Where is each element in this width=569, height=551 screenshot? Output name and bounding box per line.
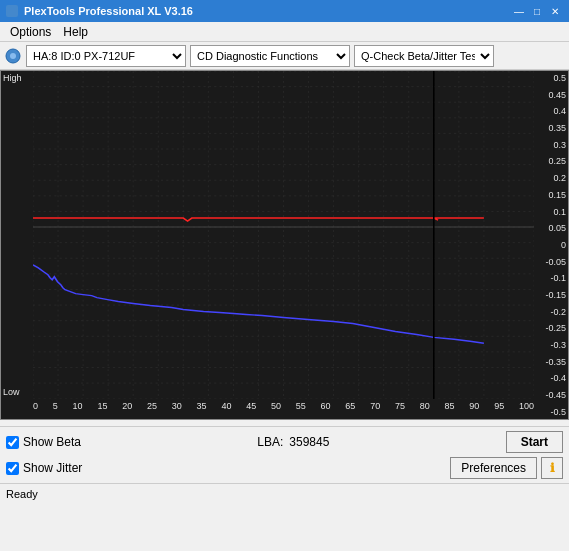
show-jitter-checkbox[interactable] xyxy=(6,462,19,475)
lba-value: 359845 xyxy=(289,435,329,449)
toolbar: HA:8 ID:0 PX-712UF CD Diagnostic Functio… xyxy=(0,42,569,70)
show-beta-label: Show Beta xyxy=(23,435,81,449)
svg-point-1 xyxy=(10,53,16,59)
status-bar: Ready xyxy=(0,483,569,503)
bottom-row2: Show Jitter Preferences ℹ xyxy=(6,457,563,479)
chart-low-label: Low xyxy=(3,387,20,397)
app-title: PlexTools Professional XL V3.16 xyxy=(24,5,193,17)
show-beta-row: Show Beta xyxy=(6,435,81,449)
maximize-button[interactable]: □ xyxy=(529,4,545,18)
show-jitter-label: Show Jitter xyxy=(23,461,82,475)
show-beta-checkbox[interactable] xyxy=(6,436,19,449)
status-text: Ready xyxy=(6,488,38,500)
title-bar-left: PlexTools Professional XL V3.16 xyxy=(6,5,193,17)
device-icon xyxy=(4,47,22,65)
bottom-panel: Show Beta LBA: 359845 Start Show Jitter … xyxy=(0,426,569,483)
preferences-button[interactable]: Preferences xyxy=(450,457,537,479)
title-bar: PlexTools Professional XL V3.16 — □ ✕ xyxy=(0,0,569,22)
app-icon xyxy=(6,5,18,17)
title-bar-controls: — □ ✕ xyxy=(511,4,563,18)
function-dropdown[interactable]: CD Diagnostic Functions xyxy=(190,45,350,67)
chart-container: High Low 0.5 0.45 0.4 0.35 0.3 0.25 0.2 … xyxy=(0,70,569,420)
minimize-button[interactable]: — xyxy=(511,4,527,18)
info-button[interactable]: ℹ xyxy=(541,457,563,479)
start-button[interactable]: Start xyxy=(506,431,563,453)
lba-label: LBA: xyxy=(257,435,283,449)
y-axis-right: 0.5 0.45 0.4 0.35 0.3 0.25 0.2 0.15 0.1 … xyxy=(534,71,568,419)
chart-plot xyxy=(33,71,534,399)
chart-high-label: High xyxy=(3,73,22,83)
bottom-row1: Show Beta LBA: 359845 Start xyxy=(6,431,563,453)
device-dropdown[interactable]: HA:8 ID:0 PX-712UF xyxy=(26,45,186,67)
show-jitter-row: Show Jitter xyxy=(6,461,82,475)
close-button[interactable]: ✕ xyxy=(547,4,563,18)
test-dropdown[interactable]: Q-Check Beta/Jitter Test xyxy=(354,45,494,67)
lba-section: LBA: 359845 xyxy=(81,435,506,449)
x-axis: 0 5 10 15 20 25 30 35 40 45 50 55 60 65 … xyxy=(33,399,534,419)
info-icon: ℹ xyxy=(550,461,555,475)
menu-bar: Options Help xyxy=(0,22,569,42)
chart-svg xyxy=(33,71,534,399)
menu-options[interactable]: Options xyxy=(4,24,57,40)
menu-help[interactable]: Help xyxy=(57,24,94,40)
